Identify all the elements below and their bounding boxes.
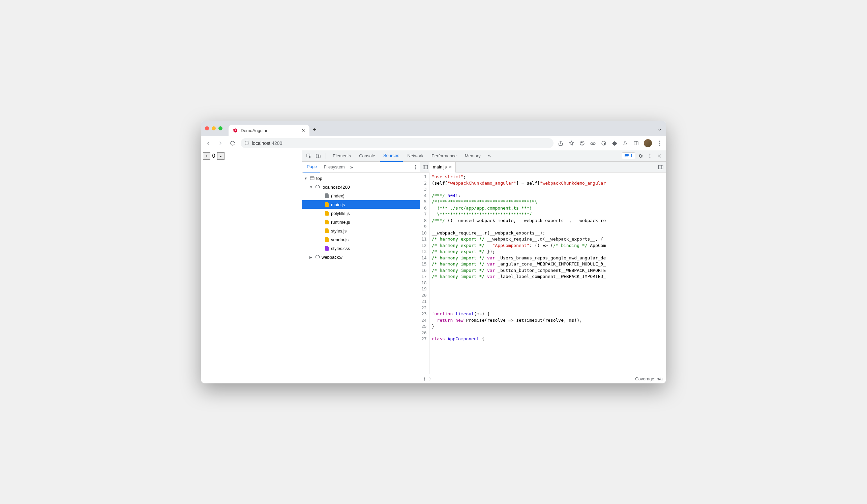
close-devtools-icon[interactable] <box>655 152 663 160</box>
tab-search-button[interactable] <box>657 127 662 132</box>
new-tab-button[interactable]: + <box>313 126 317 133</box>
svg-point-21 <box>650 157 651 158</box>
svg-point-13 <box>659 141 660 142</box>
code-editor[interactable]: 1234567891011121314151617181920212223242… <box>420 173 666 374</box>
reload-button[interactable] <box>228 139 237 147</box>
extensions-icon[interactable] <box>611 140 618 146</box>
code-editor-panel: main.js ✕ 123456789101112131415161718192… <box>420 162 666 383</box>
sources-panel: Page Filesystem » ▼ top ▼ <box>302 162 666 383</box>
file-tab-main[interactable]: main.js ✕ <box>429 162 456 173</box>
inspect-element-icon[interactable] <box>305 152 313 160</box>
cloud-icon <box>315 184 320 190</box>
site-info-icon[interactable]: ⓘ <box>245 140 249 146</box>
file-tree: ▼ top ▼ localhost:4200 (index)main.jspol… <box>302 173 420 383</box>
svg-point-15 <box>659 144 660 145</box>
share-icon[interactable] <box>558 140 564 146</box>
file-icon <box>324 219 330 225</box>
disclosure-triangle-icon[interactable]: ▶ <box>309 255 313 259</box>
navigator-tabs: Page Filesystem » <box>302 162 420 173</box>
tab-performance[interactable]: Performance <box>428 150 460 162</box>
counter-value: 0 <box>212 153 216 159</box>
frame-icon <box>309 176 315 181</box>
navigator-panel: Page Filesystem » ▼ top ▼ <box>302 162 420 383</box>
svg-rect-11 <box>634 141 638 145</box>
forward-button[interactable] <box>216 139 225 147</box>
tree-file[interactable]: (index) <box>302 191 420 200</box>
tab-network[interactable]: Network <box>404 150 427 162</box>
file-icon <box>324 202 330 207</box>
tab-elements[interactable]: Elements <box>329 150 354 162</box>
tab-sources[interactable]: Sources <box>380 150 403 162</box>
issues-badge[interactable]: 1 <box>622 152 635 160</box>
tree-file[interactable]: runtime.js <box>302 218 420 227</box>
device-toolbar-icon[interactable] <box>314 152 322 160</box>
profile-avatar[interactable] <box>644 139 652 147</box>
editor-status-bar: { } Coverage: n/a <box>420 374 666 383</box>
file-icon <box>324 193 330 198</box>
disclosure-triangle-icon[interactable]: ▼ <box>309 185 313 189</box>
file-icon <box>324 245 330 251</box>
toggle-navigator-icon[interactable] <box>421 163 429 171</box>
pretty-print-icon[interactable]: { } <box>424 376 431 381</box>
content-area: + 0 - Elements Console Sources Network P… <box>201 150 666 383</box>
tree-file[interactable]: vendor.js <box>302 235 420 244</box>
chrome-menu-icon[interactable] <box>657 140 663 146</box>
extension-icon-3[interactable] <box>601 140 607 146</box>
code-lines: "use strict";(self["webpackChunkdemo_ang… <box>430 173 606 374</box>
devtools: Elements Console Sources Network Perform… <box>302 150 666 383</box>
tree-file[interactable]: polyfills.js <box>302 209 420 218</box>
tab-console[interactable]: Console <box>356 150 378 162</box>
svg-point-25 <box>415 166 416 167</box>
nav-tab-filesystem[interactable]: Filesystem <box>320 162 348 173</box>
svg-rect-18 <box>319 155 320 158</box>
nav-menu-icon[interactable] <box>413 165 418 169</box>
tree-origin[interactable]: ▼ localhost:4200 <box>302 183 420 191</box>
window-controls <box>205 126 223 130</box>
line-gutter: 1234567891011121314151617181920212223242… <box>420 173 430 374</box>
labs-icon[interactable] <box>622 140 628 146</box>
decrement-button[interactable]: - <box>217 152 225 160</box>
tree-file[interactable]: styles.js <box>302 227 420 235</box>
increment-button[interactable]: + <box>203 152 210 160</box>
svg-point-14 <box>659 143 660 143</box>
svg-point-2 <box>580 141 584 145</box>
close-file-icon[interactable]: ✕ <box>449 165 452 169</box>
svg-point-4 <box>582 142 583 143</box>
settings-icon[interactable] <box>636 152 644 160</box>
devtools-menu-icon[interactable] <box>646 152 654 160</box>
tree-top[interactable]: ▼ top <box>302 174 420 183</box>
svg-rect-27 <box>310 176 314 179</box>
close-window-button[interactable] <box>205 126 209 130</box>
toggle-debugger-icon[interactable] <box>657 163 665 171</box>
svg-point-20 <box>650 155 651 156</box>
file-tabs: main.js ✕ <box>420 162 666 173</box>
svg-rect-31 <box>659 165 663 169</box>
close-tab-icon[interactable]: ✕ <box>301 128 306 133</box>
maximize-window-button[interactable] <box>218 126 223 130</box>
omnibox[interactable]: ⓘ localhost:4200 <box>241 138 554 148</box>
extension-icon-1[interactable] <box>579 140 585 146</box>
nav-tab-page[interactable]: Page <box>303 162 320 173</box>
file-icon <box>324 210 330 216</box>
page-viewport: + 0 - <box>201 150 302 383</box>
browser-tab[interactable]: DemoAngular ✕ <box>228 125 309 136</box>
browser-window: DemoAngular ✕ + ⓘ localhost:4200 <box>201 121 666 383</box>
tab-memory[interactable]: Memory <box>461 150 484 162</box>
url-text: localhost:4200 <box>252 141 282 146</box>
minimize-window-button[interactable] <box>212 126 216 130</box>
address-bar: ⓘ localhost:4200 <box>201 136 666 150</box>
svg-point-5 <box>591 143 592 144</box>
tree-file[interactable]: styles.css <box>302 244 420 253</box>
nav-tab-more-icon[interactable]: » <box>348 164 355 170</box>
angular-icon <box>233 128 238 133</box>
back-button[interactable] <box>204 139 212 147</box>
tree-webpack[interactable]: ▶ webpack:// <box>302 253 420 261</box>
side-panel-icon[interactable] <box>633 140 639 146</box>
svg-marker-1 <box>569 141 574 145</box>
coverage-status: Coverage: n/a <box>635 376 663 381</box>
bookmark-icon[interactable] <box>568 140 575 146</box>
disclosure-triangle-icon[interactable]: ▼ <box>304 176 308 180</box>
more-tabs-icon[interactable]: » <box>485 152 493 160</box>
extension-icon-2[interactable] <box>590 140 596 146</box>
tree-file[interactable]: main.js <box>302 200 420 209</box>
